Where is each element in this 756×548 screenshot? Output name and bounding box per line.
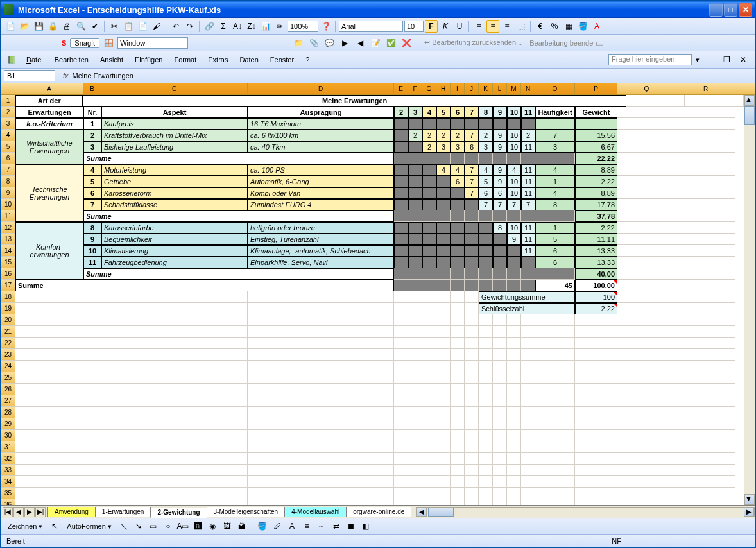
cell[interactable] <box>451 303 465 314</box>
cell[interactable]: Zumindest EURO 4 <box>248 199 394 210</box>
cell[interactable] <box>436 453 451 465</box>
cell[interactable] <box>15 349 83 361</box>
font-select[interactable] <box>339 21 403 32</box>
cell[interactable] <box>451 361 465 372</box>
cell[interactable] <box>101 303 248 314</box>
cell[interactable] <box>394 314 408 326</box>
underline-button[interactable]: U <box>453 20 466 33</box>
cell[interactable] <box>676 430 735 441</box>
tab-prev-icon[interactable]: ◀ <box>13 507 24 517</box>
cell[interactable] <box>15 361 83 372</box>
cell[interactable] <box>394 199 408 210</box>
cell[interactable]: 10 <box>507 176 521 187</box>
comment-icon[interactable]: 💬 <box>323 37 336 49</box>
cell[interactable] <box>617 349 676 361</box>
col-header[interactable]: E <box>394 83 408 94</box>
cell[interactable] <box>493 407 507 418</box>
cell[interactable] <box>451 234 465 245</box>
next-comment-icon[interactable]: ▶ <box>338 37 351 49</box>
cell[interactable] <box>479 499 493 505</box>
cell[interactable]: 2,22 <box>575 303 617 314</box>
menu-format[interactable]: Format <box>169 55 201 65</box>
window-capture-icon[interactable]: 🪟 <box>102 37 115 49</box>
cell[interactable] <box>83 326 101 338</box>
cell[interactable] <box>436 199 451 210</box>
cell[interactable] <box>408 372 422 384</box>
cell[interactable] <box>15 326 83 338</box>
cell[interactable]: 100,00 <box>575 280 617 291</box>
grid-body[interactable]: 1Art derMeine Erwartungen2ErwartungenNr.… <box>1 95 744 505</box>
tab-next-icon[interactable]: ▶ <box>24 507 35 517</box>
cell[interactable] <box>408 153 422 164</box>
cell[interactable]: 4 <box>507 164 521 176</box>
cell[interactable] <box>394 118 408 130</box>
cell[interactable]: 2,22 <box>575 222 617 234</box>
cell[interactable] <box>676 395 735 407</box>
cell[interactable] <box>422 499 436 505</box>
cell[interactable] <box>479 488 493 499</box>
maximize-button[interactable]: □ <box>724 3 737 17</box>
cell[interactable]: 3 <box>535 141 575 153</box>
cell[interactable] <box>507 407 521 418</box>
cell[interactable] <box>408 164 422 176</box>
cell[interactable] <box>479 326 493 338</box>
row-header[interactable]: 32 <box>1 453 15 465</box>
row-header[interactable]: 21 <box>1 326 15 338</box>
cell[interactable] <box>15 488 83 499</box>
cell[interactable] <box>394 187 408 199</box>
sheet-tab[interactable]: Anwendung <box>47 507 96 517</box>
cell[interactable]: 6 <box>493 187 507 199</box>
sheet-tab[interactable]: 1-Erwartungen <box>95 507 151 517</box>
cell[interactable] <box>479 430 493 441</box>
cell[interactable] <box>617 141 676 153</box>
cell[interactable]: 10 <box>507 130 521 141</box>
picture-icon[interactable]: 🏔 <box>236 520 248 533</box>
cell[interactable] <box>248 372 394 384</box>
cell[interactable]: 4 <box>535 187 575 199</box>
cell[interactable] <box>676 164 735 176</box>
cell[interactable] <box>493 465 507 476</box>
cell[interactable]: 11 <box>521 141 535 153</box>
fx-icon[interactable]: fx <box>63 72 69 80</box>
cell[interactable] <box>535 372 575 384</box>
cell[interactable] <box>676 268 735 280</box>
cell[interactable]: ca. 6 ltr/100 km <box>248 130 394 141</box>
cell[interactable] <box>408 199 422 210</box>
cell[interactable] <box>465 314 479 326</box>
cell[interactable] <box>575 430 617 441</box>
cell[interactable] <box>465 465 479 476</box>
name-box[interactable] <box>4 70 55 81</box>
cell[interactable] <box>465 453 479 465</box>
cell[interactable] <box>394 130 408 141</box>
cell[interactable] <box>451 465 465 476</box>
cell[interactable] <box>394 361 408 372</box>
cell[interactable] <box>676 338 735 349</box>
cell[interactable]: 3 <box>408 107 422 118</box>
cell[interactable] <box>465 441 479 453</box>
cell[interactable]: 11 <box>521 187 535 199</box>
cell[interactable] <box>15 499 83 505</box>
cell[interactable] <box>451 222 465 234</box>
cell[interactable] <box>676 384 735 395</box>
cell[interactable] <box>575 465 617 476</box>
cell[interactable] <box>394 280 408 291</box>
cell[interactable] <box>465 210 479 222</box>
cell[interactable]: 11 <box>521 222 535 234</box>
cell[interactable] <box>83 499 101 505</box>
row-header[interactable]: 29 <box>1 418 15 430</box>
cell[interactable]: 15,56 <box>575 130 617 141</box>
cell[interactable] <box>83 441 101 453</box>
cell[interactable]: 7 <box>535 130 575 141</box>
cell[interactable] <box>408 453 422 465</box>
cell[interactable] <box>83 465 101 476</box>
cell[interactable] <box>676 291 735 303</box>
cell[interactable]: Karosserieform <box>101 187 248 199</box>
shadow-icon[interactable]: ◼ <box>345 520 357 533</box>
cell[interactable] <box>451 430 465 441</box>
cell[interactable] <box>436 349 451 361</box>
cell[interactable] <box>83 372 101 384</box>
cell[interactable]: 10 <box>507 222 521 234</box>
chart-icon[interactable]: 📊 <box>259 20 272 33</box>
cell[interactable]: 7 <box>521 199 535 210</box>
cell[interactable] <box>101 430 248 441</box>
